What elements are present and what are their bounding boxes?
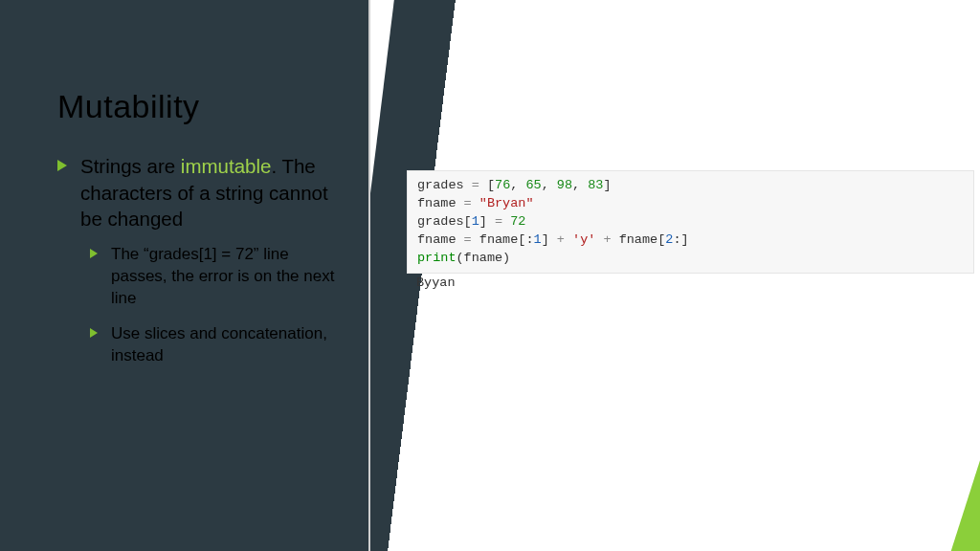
- bullet-1: Strings are immutable. The characters of…: [57, 153, 345, 367]
- bullet-1-text-prefix: Strings are: [80, 155, 181, 177]
- code-line-2: fname = "Bryan": [417, 195, 964, 213]
- slide-title: Mutability: [57, 88, 200, 125]
- sub-bullet-list: The “grades[1] = 72” line passes, the er…: [90, 244, 345, 367]
- code-line-5: print(fname): [417, 250, 964, 268]
- green-accent-wedge: [801, 0, 980, 551]
- code-line-1: grades = [76, 65, 98, 83]: [417, 177, 964, 195]
- bullet-1-highlight: immutable: [181, 155, 272, 177]
- panel-divider: [368, 0, 370, 551]
- bullet-list: Strings are immutable. The characters of…: [57, 153, 345, 381]
- code-output: Byyan: [407, 270, 465, 296]
- code-line-4: fname = fname[:1] + 'y' + fname[2:]: [417, 231, 964, 250]
- sub-bullet-2: Use slices and concatenation, instead: [90, 323, 345, 367]
- sub-bullet-1: The “grades[1] = 72” line passes, the er…: [90, 244, 345, 310]
- code-block: grades = [76, 65, 98, 83] fname = "Bryan…: [407, 170, 974, 274]
- code-line-3: grades[1] = 72: [417, 213, 964, 231]
